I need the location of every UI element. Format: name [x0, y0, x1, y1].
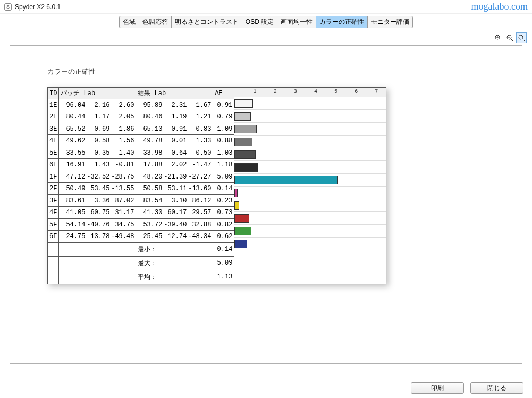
print-button[interactable]: 印刷: [411, 382, 464, 394]
table-row: 5F54.14-40.7634.7553.72-39.4032.880.82: [48, 218, 234, 230]
bar-row: [234, 123, 386, 136]
bar: [234, 201, 239, 210]
bar: [234, 99, 253, 108]
titlebar: S Spyder X2 6.0.1: [0, 0, 532, 14]
col-id: ID: [48, 88, 59, 99]
bar-row: [234, 136, 386, 148]
bar-row: [234, 238, 386, 250]
bar: [234, 138, 252, 146]
table-row: 4F41.0560.7531.1741.3060.1729.570.73: [48, 207, 234, 218]
tab-4[interactable]: 画面均一性: [277, 16, 316, 28]
tab-3[interactable]: OSD 設定: [242, 16, 277, 28]
table-row: 6F24.7513.78-49.4825.4512.74-48.340.62: [48, 231, 234, 242]
zoom-in-button[interactable]: [493, 32, 503, 43]
content-panel: カラーの正確性 ID パッチ Lab 結果 Lab ΔE 1E96.042.16…: [10, 45, 522, 364]
svg-line-5: [511, 39, 513, 41]
bar: [234, 227, 251, 235]
table-row: 5E33.550.351.4033.980.640.501.03: [48, 147, 234, 158]
bar-row: [234, 97, 386, 110]
bar-row: [234, 110, 386, 123]
bar: [234, 163, 258, 172]
tab-0[interactable]: 色域: [119, 16, 139, 28]
bar: [234, 189, 237, 197]
bar-row: [234, 174, 386, 187]
tab-1[interactable]: 色調応答: [139, 16, 172, 28]
table-row: 6E16.911.43-0.8117.882.02-1.471.18: [48, 159, 234, 171]
zoom-in-icon: [494, 34, 502, 41]
close-button[interactable]: 閉じる: [470, 382, 523, 394]
axis-tick: 5: [334, 89, 337, 95]
table-row: 1F47.12-32.52-28.7548.20-21.39-27.275.09: [48, 171, 234, 182]
bar: [234, 150, 255, 159]
col-patch: パッチ Lab: [59, 88, 136, 99]
bar: [234, 176, 337, 184]
table-row: 2F50.4953.45-13.5550.5853.11-13.600.14: [48, 183, 234, 194]
bar-row: [234, 148, 386, 161]
col-result: 結果 Lab: [136, 88, 213, 99]
summary-row: 最大：5.09: [48, 256, 234, 270]
axis-tick: 1: [254, 89, 257, 95]
summary-row: 最小：0.14: [48, 242, 234, 256]
section-title: カラーの正確性: [47, 67, 495, 77]
svg-line-8: [522, 39, 525, 41]
color-accuracy-table: ID パッチ Lab 結果 Lab ΔE 1E96.042.162.6095.8…: [47, 87, 234, 284]
tab-6[interactable]: モニター評価: [367, 16, 413, 28]
zoom-out-button[interactable]: [504, 32, 515, 43]
tab-2[interactable]: 明るさとコントラスト: [171, 16, 242, 28]
table-row: 3E65.520.691.8665.130.910.831.09: [48, 123, 234, 134]
axis-tick: 7: [375, 89, 378, 95]
tab-bar: 色域色調応答明るさとコントラストOSD 設定画面均一性カラーの正確性モニター評価: [0, 14, 532, 29]
bar-row: [234, 212, 386, 225]
axis-tick: 3: [294, 89, 297, 95]
watermark: mogalabo.com: [471, 1, 528, 12]
bar-row: [234, 161, 386, 174]
table-row: 4E49.620.581.5649.780.011.330.88: [48, 135, 234, 147]
chart-axis: 1234567: [234, 88, 386, 97]
summary-row: 平均：1.13: [48, 270, 234, 284]
axis-tick: 4: [314, 89, 317, 95]
app-icon: S: [4, 3, 12, 11]
bar: [234, 112, 250, 121]
axis-tick: 2: [274, 89, 277, 95]
bar-row: [234, 199, 386, 212]
bar-row: [234, 187, 386, 199]
zoom-fit-icon: [518, 34, 525, 41]
bar-row: [234, 225, 386, 238]
axis-tick: 6: [354, 89, 358, 95]
table-row: 3F83.613.3687.0283.543.1086.120.23: [48, 194, 234, 206]
table-row: 1E96.042.162.6095.892.311.670.91: [48, 99, 234, 111]
svg-point-7: [519, 35, 523, 39]
tab-5[interactable]: カラーの正確性: [316, 16, 368, 28]
col-de: ΔE: [213, 88, 234, 99]
bar: [234, 240, 247, 248]
delta-e-chart: 1234567: [234, 87, 386, 284]
footer-buttons: 印刷 閉じる: [411, 382, 523, 394]
svg-line-1: [499, 39, 501, 41]
window-title: Spyder X2 6.0.1: [15, 3, 61, 11]
zoom-fit-button[interactable]: [516, 32, 527, 43]
zoom-toolbar: [0, 29, 532, 43]
bar: [234, 214, 249, 223]
table-row: 2E80.441.172.0580.461.191.210.79: [48, 111, 234, 123]
zoom-out-icon: [506, 34, 513, 41]
bar: [234, 125, 257, 133]
